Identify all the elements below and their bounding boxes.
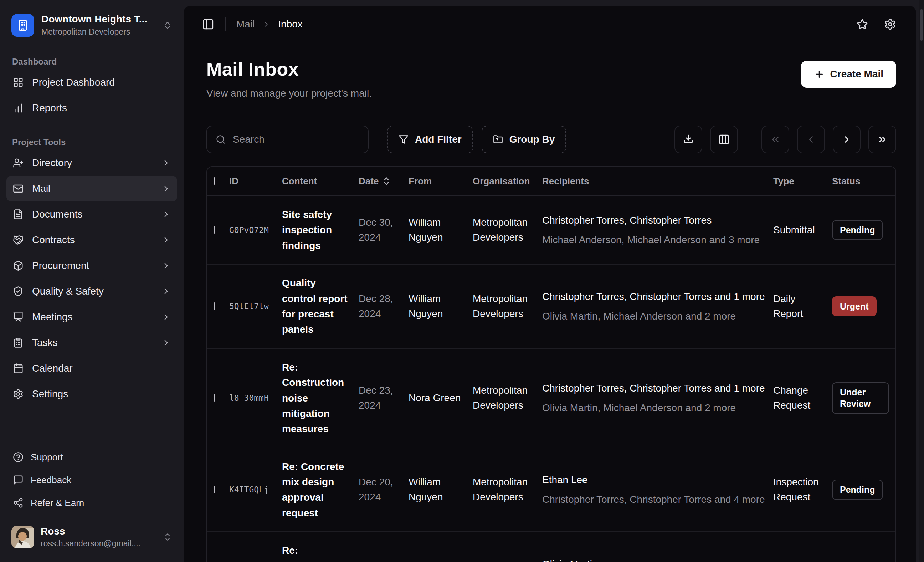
user-email: ross.h.sanderson@gmail.... xyxy=(40,539,156,548)
star-icon[interactable] xyxy=(856,18,868,30)
mail-type: Inspection Request xyxy=(773,475,832,505)
sidebar-item-feedback[interactable]: Feedback xyxy=(6,469,177,491)
group-by-button[interactable]: Group By xyxy=(482,126,567,153)
page-header: Mail Inbox View and manage your project'… xyxy=(184,43,916,99)
sidebar-item-mail[interactable]: Mail xyxy=(6,176,177,201)
presentation-icon xyxy=(13,311,24,323)
sidebar-item-support[interactable]: Support xyxy=(6,446,177,469)
column-header-from[interactable]: From xyxy=(408,176,473,187)
columns-icon xyxy=(718,134,730,145)
mail-organisation: Metropolitan Developers xyxy=(473,292,542,321)
workspace-switcher[interactable]: Downtown Heights T... Metropolitan Devel… xyxy=(6,10,177,40)
section-label-dashboard: Dashboard xyxy=(6,57,177,67)
mail-type: Daily Report xyxy=(773,292,832,321)
page-title: Mail Inbox xyxy=(206,59,372,80)
search-box[interactable] xyxy=(206,126,369,153)
scrollbar-thumb[interactable] xyxy=(920,9,923,41)
user-menu[interactable]: Ross ross.h.sanderson@gmail.... xyxy=(6,521,177,553)
table-row[interactable]: K4ITGQLj Re: Concrete mix design approva… xyxy=(207,448,896,532)
table-row[interactable]: F9s3S3cH Re: Temporary power supply requ… xyxy=(207,532,896,562)
column-header-date[interactable]: Date xyxy=(358,176,408,187)
handshake-icon xyxy=(13,234,24,246)
prev-page-button[interactable] xyxy=(797,126,825,153)
column-header-status[interactable]: Status xyxy=(832,176,896,187)
recipients-primary: Ethan Lee xyxy=(542,473,767,487)
sidebar-item-quality-safety[interactable]: Quality & Safety xyxy=(6,278,177,304)
chevron-right-icon xyxy=(262,20,270,28)
recipients-secondary: Olivia Martin, Michael Anderson and 2 mo… xyxy=(542,401,767,415)
mail-date: Dec 20, 2024 xyxy=(358,475,408,505)
last-page-button[interactable] xyxy=(868,126,896,153)
chevron-right-icon xyxy=(162,261,171,270)
mail-id: 5QtEt7lw xyxy=(229,302,282,311)
column-header-organisation[interactable]: Organisation xyxy=(473,176,542,187)
column-header-recipients[interactable]: Recipients xyxy=(542,176,773,187)
sidebar-item-refer-earn[interactable]: Refer & Earn xyxy=(6,491,177,514)
row-checkbox[interactable] xyxy=(213,486,215,493)
first-page-button[interactable] xyxy=(762,126,789,153)
mail-type: Submittal xyxy=(773,222,832,237)
mail-id: K4ITGQLj xyxy=(229,485,282,494)
row-checkbox[interactable] xyxy=(213,394,215,401)
row-checkbox[interactable] xyxy=(213,302,215,310)
search-icon xyxy=(216,134,226,144)
mail-content[interactable]: Site safety inspection findings xyxy=(282,207,358,253)
message-square-icon xyxy=(13,475,24,485)
mail-recipients: Ethan Lee Christopher Torres, Christophe… xyxy=(542,473,773,506)
sidebar-item-meetings[interactable]: Meetings xyxy=(6,304,177,330)
mail-from: William Nguyen xyxy=(408,292,473,321)
table-row[interactable]: 5QtEt7lw Quality control report for prec… xyxy=(207,264,896,349)
section-label-project-tools: Project Tools xyxy=(6,137,177,147)
bar-chart-icon xyxy=(13,102,24,114)
mail-date: Dec 30, 2024 xyxy=(358,215,408,245)
mail-from: William Nguyen xyxy=(408,475,473,505)
sidebar-item-contracts[interactable]: Contracts xyxy=(6,227,177,253)
search-input[interactable] xyxy=(233,134,359,145)
select-all-checkbox[interactable] xyxy=(213,177,215,185)
mail-organisation: Metropolitan Developers xyxy=(473,383,542,413)
workspace-name: Downtown Heights T... xyxy=(41,14,156,25)
mail-content[interactable]: Quality control report for precast panel… xyxy=(282,275,358,337)
mail-from: Christopher Torres xyxy=(408,559,473,562)
gear-icon xyxy=(13,388,24,400)
download-icon xyxy=(682,134,694,145)
sidebar-item-reports[interactable]: Reports xyxy=(6,95,177,121)
sidebar-item-procurement[interactable]: Procurement xyxy=(6,253,177,278)
column-header-id[interactable]: ID xyxy=(229,176,282,187)
next-page-button[interactable] xyxy=(833,126,861,153)
columns-button[interactable] xyxy=(710,126,738,153)
page-scrollbar[interactable] xyxy=(919,0,924,562)
sidebar-item-settings[interactable]: Settings xyxy=(6,381,177,407)
mail-content[interactable]: Re: Concrete mix design approval request xyxy=(282,459,358,521)
chevron-right-icon xyxy=(162,184,171,193)
row-checkbox[interactable] xyxy=(213,226,215,234)
export-button[interactable] xyxy=(675,126,702,153)
mail-content[interactable]: Re: Temporary power supply requirements xyxy=(282,543,358,562)
chevron-right-icon xyxy=(162,313,171,322)
breadcrumb-mail[interactable]: Mail xyxy=(236,18,255,30)
sidebar-item-calendar[interactable]: Calendar xyxy=(6,356,177,381)
divider xyxy=(225,18,226,31)
gear-icon[interactable] xyxy=(884,18,896,30)
mail-content[interactable]: Re: Construction noise mitigation measur… xyxy=(282,359,358,437)
sidebar-toggle-icon[interactable] xyxy=(202,18,214,30)
table-row[interactable]: G0PvO72M Site safety inspection findings… xyxy=(207,196,896,264)
table-row[interactable]: l8_30mmH Re: Construction noise mitigati… xyxy=(207,349,896,448)
sidebar-item-directory[interactable]: Directory xyxy=(6,150,177,176)
recipients-secondary: Michael Anderson, Michael Anderson and 3… xyxy=(542,233,767,247)
chevrons-up-down-icon xyxy=(163,532,172,542)
sidebar-item-tasks[interactable]: Tasks xyxy=(6,330,177,356)
chevron-right-icon xyxy=(841,134,852,145)
column-header-content[interactable]: Content xyxy=(282,176,358,187)
sidebar-item-project-dashboard[interactable]: Project Dashboard xyxy=(6,69,177,95)
sort-icon[interactable] xyxy=(383,177,390,186)
mail-from: Nora Green xyxy=(408,391,473,406)
column-header-type[interactable]: Type xyxy=(773,176,832,187)
avatar xyxy=(11,526,34,548)
add-filter-button[interactable]: Add Filter xyxy=(387,126,473,153)
mail-date: Dec 28, 2024 xyxy=(358,292,408,321)
mail-organisation: Metropolitan Developers xyxy=(473,215,542,245)
sidebar-item-documents[interactable]: Documents xyxy=(6,201,177,227)
create-mail-button[interactable]: Create Mail xyxy=(801,61,896,88)
breadcrumb: Mail Inbox xyxy=(236,18,303,30)
